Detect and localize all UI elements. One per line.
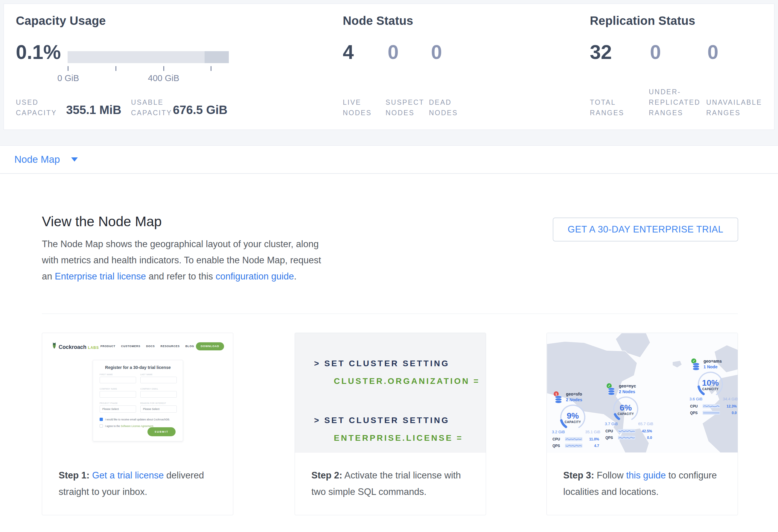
nav-item-blog: BLOG: [185, 345, 194, 348]
locality-name: geo=sfo: [566, 392, 582, 396]
reason-for-interest-label: REASON FOR INTEREST: [140, 402, 166, 404]
node-map-placeholder-section: View the Node Map The Node Map shows the…: [0, 174, 778, 532]
last-name-label: LAST NAME: [140, 373, 153, 376]
description-text: .: [294, 271, 297, 282]
step-1-label: Step 1:: [59, 470, 89, 480]
chevron-down-icon[interactable]: [71, 157, 78, 162]
node-map-dropdown[interactable]: Node Map: [14, 154, 60, 165]
project-phase-label: PROJECT PHASE: [100, 402, 118, 404]
capacity-label: CAPACITY: [695, 387, 725, 391]
locality-name: geo=nyc: [619, 384, 636, 388]
company-email-label: COMPANY EMAIL: [140, 388, 158, 390]
node-status-title: Node Status: [343, 14, 413, 27]
enterprise-license-line: ENTERPRISE.LICENSE =: [334, 433, 463, 443]
used-gib: 3.6 GiB: [690, 397, 702, 401]
unavailable-ranges-label: UNAVAILABLE RANGES: [706, 97, 774, 118]
capacity-usage-title: Capacity Usage: [16, 14, 106, 27]
mini-site-navbar: Cockroach LABS PRODUCT CUSTOMERS DOCS RE…: [48, 338, 228, 354]
replication-status-title: Replication Status: [590, 14, 695, 27]
mini-site-nav-links: PRODUCT CUSTOMERS DOCS RESOURCES BLOG: [100, 345, 194, 348]
cpu-label: CPU: [605, 429, 613, 433]
view-selector-bar: Node Map: [0, 145, 778, 173]
registration-site-screenshot: Cockroach LABS PRODUCT CUSTOMERS DOCS RE…: [48, 338, 228, 449]
under-replicated-ranges-count: 0: [650, 42, 661, 62]
configuration-guide-link[interactable]: configuration guide: [216, 271, 294, 282]
total-gib: 65.7 GiB: [630, 422, 653, 426]
nav-item-docs: DOCS: [146, 345, 155, 348]
node-map-preview: 1 geo=sfo 2 Nodes 9% CAPACITY 3.2 GiB 35…: [547, 333, 737, 453]
company-name-input: [100, 391, 136, 398]
step-1-card: Cockroach LABS PRODUCT CUSTOMERS DOCS RE…: [42, 333, 233, 515]
qps-value: 0.0: [647, 436, 652, 440]
capacity-axis-tick: [163, 66, 164, 71]
capacity-percent: 6%: [611, 403, 641, 412]
nav-item-customers: CUSTOMERS: [121, 345, 141, 348]
cluster-summary-panel: Capacity Usage 0.1% 0 GiB 400 GiB USED C…: [4, 4, 774, 130]
set-cluster-setting-line: > SET CLUSTER SETTING: [314, 359, 450, 368]
first-name-input: [100, 377, 136, 383]
qps-sparkline: [703, 411, 720, 415]
form-title: Register for a 30-day trial license: [93, 365, 183, 370]
live-nodes-count: 4: [343, 42, 354, 62]
total-gib: 34.4 GiB: [715, 397, 738, 401]
cockroach-labs-logo: Cockroach LABS: [52, 342, 99, 351]
qps-sparkline: [565, 444, 582, 448]
cpu-label: CPU: [552, 437, 560, 441]
cpu-label: CPU: [690, 404, 698, 408]
cluster-organization-line: CLUSTER.ORGANIZATION =: [334, 376, 480, 386]
capacity-bar-available-segment: [68, 51, 205, 63]
step-2-label: Step 2:: [311, 470, 342, 480]
cpu-sparkline: [618, 429, 635, 433]
cockroach-bug-icon: [52, 342, 57, 349]
suspect-nodes-count: 0: [388, 42, 399, 62]
used-capacity-label: USED CAPACITY: [16, 97, 65, 118]
software-license-agreement-link: Software License Agreement.: [121, 425, 154, 428]
brand-name: Cockroach: [59, 344, 86, 351]
capacity-percent: 9%: [558, 411, 588, 421]
capacity-axis-label-400: 400 GiB: [148, 73, 179, 83]
nav-item-resources: RESOURCES: [161, 345, 180, 348]
total-ranges-label: TOTAL RANGES: [590, 97, 636, 118]
reason-for-interest-select: Please Select: [140, 405, 177, 412]
email-updates-checkbox: [100, 418, 103, 421]
dead-nodes-count: 0: [431, 42, 442, 62]
capacity-axis-label-0: 0 GiB: [58, 73, 79, 83]
locality-node-count: 1 Node: [704, 365, 718, 369]
capacity-axis-tick: [68, 66, 69, 71]
under-replicated-ranges-label: UNDER-REPLICATED RANGES: [649, 87, 709, 118]
locality-name: geo=ams: [704, 359, 722, 364]
license-agreement-checkbox: [100, 424, 103, 428]
locality-node-count: 2 Nodes: [619, 389, 635, 394]
get-trial-license-link[interactable]: Get a trial license: [92, 470, 164, 480]
enterprise-trial-license-link[interactable]: Enterprise trial license: [55, 271, 146, 282]
nav-item-product: PRODUCT: [100, 345, 115, 348]
download-button: DOWNLOAD: [196, 342, 224, 351]
this-guide-link[interactable]: this guide: [626, 470, 666, 480]
capacity-label: CAPACITY: [611, 412, 641, 415]
live-nodes-label: LIVE NODES: [343, 97, 382, 118]
step-2-caption: Step 2: Activate the trial license with …: [311, 467, 474, 500]
first-name-label: FIRST NAME: [100, 373, 113, 376]
usable-capacity-value: 676.5 GiB: [173, 103, 227, 117]
trial-license-form: Register for a 30-day trial license FIRS…: [93, 360, 183, 441]
dead-nodes-label: DEAD NODES: [429, 97, 468, 118]
suspect-nodes-label: SUSPECT NODES: [386, 97, 429, 118]
company-email-input: [140, 391, 177, 398]
capacity-usage-bar: 0 GiB 400 GiB: [68, 51, 229, 63]
get-enterprise-trial-button[interactable]: GET A 30-DAY ENTERPRISE TRIAL: [553, 218, 738, 241]
sql-commands-block: > SET CLUSTER SETTING CLUSTER.ORGANIZATI…: [295, 333, 486, 453]
step-3-caption: Step 3: Follow this guide to configure l…: [563, 467, 726, 500]
locality-node-count: 2 Nodes: [566, 397, 582, 402]
caption-text: Follow: [594, 470, 626, 480]
qps-label: QPS: [690, 411, 698, 415]
email-updates-text: I would like to receive email updates ab…: [105, 418, 170, 421]
agreement-prefix: I agree to the: [105, 425, 121, 428]
total-ranges-count: 32: [590, 42, 612, 62]
qps-value: 0.0: [732, 411, 737, 415]
used-gib: 3.2 GiB: [552, 430, 565, 434]
step-2-card: > SET CLUSTER SETTING CLUSTER.ORGANIZATI…: [295, 333, 486, 515]
caption-text: [89, 470, 92, 480]
used-capacity-value: 355.1 MiB: [66, 103, 122, 117]
project-phase-select: Please Select: [100, 405, 136, 412]
cpu-value: 11.0%: [589, 437, 599, 441]
